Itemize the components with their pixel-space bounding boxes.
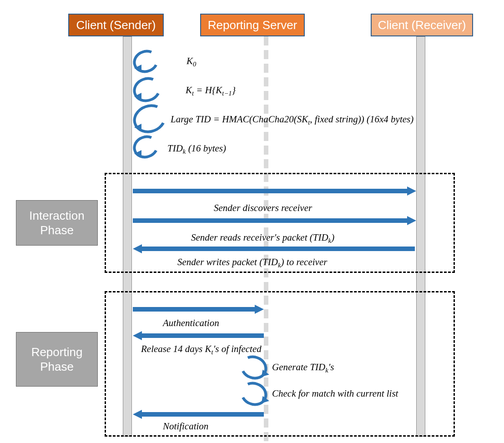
arrow-writes-head: [133, 244, 142, 253]
label-gen: Generate TIDk′s: [272, 362, 334, 374]
loop-large-tid-arrow: [134, 124, 141, 131]
loop-tidk-arrow: [134, 150, 141, 157]
arrow-reads-head: [407, 216, 416, 225]
loop-large-tid: [129, 100, 171, 138]
arrow-reads: [133, 218, 408, 223]
label-discover: Sender discovers receiver: [214, 202, 312, 214]
label-writes: Sender writes packet (TIDk) to receiver: [177, 257, 327, 269]
arrow-release-head: [133, 331, 142, 340]
label-notif: Notification: [163, 421, 208, 432]
header-receiver: Client (Receiver): [371, 14, 473, 36]
arrow-notif: [142, 412, 264, 417]
label-reads: Sender reads receiver′s packet (TIDk): [191, 232, 334, 245]
arrow-discover-head: [407, 186, 416, 196]
header-sender-label: Client (Sender): [76, 18, 156, 32]
arrow-auth-head: [255, 305, 264, 314]
header-server-label: Reporting Server: [208, 18, 297, 32]
label-check: Check for match with current list: [272, 388, 398, 399]
label-large-tid: Large TID = HMAC(ChaCha20(SKt, fixed str…: [171, 114, 413, 126]
loop-k0: [130, 46, 162, 76]
header-receiver-label: Client (Receiver): [378, 18, 466, 32]
arrow-discover: [133, 189, 408, 193]
sequence-diagram: Client (Sender) Reporting Server Client …: [9, 9, 495, 437]
label-k0: K0: [186, 55, 196, 68]
label-auth: Authentication: [163, 317, 219, 329]
loop-gen-head: [262, 370, 270, 378]
arrow-release: [142, 333, 264, 338]
arrow-writes: [142, 247, 415, 251]
label-kt: Kt = H{Kt−1}: [186, 85, 236, 97]
label-tidk: TIDk (16 bytes): [167, 143, 226, 156]
reporting-phase-label: Reporting Phase: [16, 332, 98, 387]
loop-check-head: [262, 396, 270, 405]
header-server: Reporting Server: [200, 14, 305, 36]
loop-kt: [130, 73, 165, 106]
arrow-notif-head: [133, 410, 142, 419]
header-sender: Client (Sender): [68, 14, 164, 36]
loop-k0-arrow: [134, 65, 141, 72]
interaction-phase-label: Interaction Phase: [16, 200, 98, 246]
arrow-auth: [133, 307, 256, 312]
loop-kt-arrow: [134, 93, 141, 100]
label-release: Release 14 days Kt′s of infected: [141, 343, 262, 356]
loop-tidk: [130, 132, 162, 162]
